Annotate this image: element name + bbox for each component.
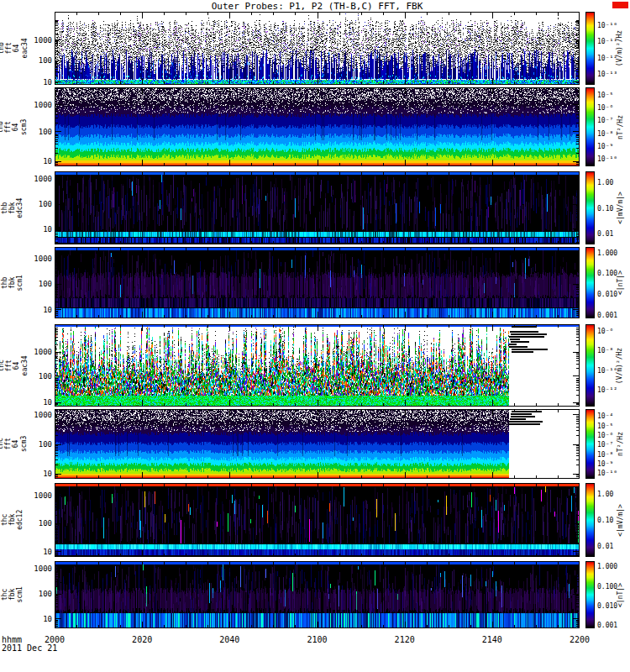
- y-axis-tick-label: 100: [24, 441, 52, 449]
- colorbar-tick-label: 0.100: [597, 583, 617, 591]
- spectrogram-panel-thc_fbk_edc12: thc fbk edc12 <|mV/m|> 1000100101.000.10…: [0, 483, 630, 557]
- spectrogram-panel-thb_fft_64_eac34: thb fft 64 eac34 (V/m)²/Hz 10001001010⁻¹…: [0, 12, 630, 85]
- page-title: Outer Probes: P1, P2 (TH-B,C) FFT, FBK: [55, 1, 580, 12]
- colorbar-tick-label: 1.00: [597, 179, 613, 186]
- y-axis-tick-label: 1000: [24, 565, 52, 573]
- colorbar-tick-label: 0.100: [597, 270, 617, 277]
- y-axis-tick-label: 100: [24, 591, 52, 598]
- colorbar-tick-label: 10⁻⁴: [597, 412, 613, 420]
- colorbar-tick-label: 10⁻¹⁰: [597, 367, 617, 375]
- x-axis-tick-label: 2100: [301, 636, 334, 644]
- colorbar-tick-label: 10⁻⁶: [597, 328, 613, 335]
- spectrogram-canvas: [55, 247, 580, 318]
- y-axis-tick-label: 100: [24, 373, 52, 381]
- colorbar-tick-label: 10⁻¹³: [597, 71, 617, 78]
- colorbar-tick-label: 0.10: [597, 517, 613, 524]
- x-axis-tick-label: 2200: [563, 636, 596, 644]
- colorbar-tick-label: 10⁻⁵: [597, 423, 613, 430]
- y-axis-tick-label: 1000: [24, 102, 52, 109]
- spectrogram-panel-thb_fft_64_scm3: thb fft 64 scm3 nT²/Hz 10001001010⁻⁵10⁻⁶…: [0, 87, 630, 166]
- y-axis-tick-label: 1000: [24, 176, 52, 183]
- y-axis-tick-label: 10: [24, 399, 52, 407]
- spectrogram-canvas: [55, 409, 580, 479]
- colorbar-tick-label: 10⁻¹²: [597, 55, 617, 62]
- colorbar-tick-label: 0.010: [597, 602, 617, 610]
- colorbar-tick-label: 10⁻¹¹: [597, 38, 617, 45]
- spectrogram-panel-thc_fft_64_scm3: thc fft 64 scm3 nT²/Hz 10001001010⁻⁴10⁻⁵…: [0, 409, 630, 479]
- colorbar-tick-label: 10⁻¹⁰: [597, 22, 617, 29]
- colorbar-tick-label: 10⁻⁵: [597, 92, 613, 99]
- y-axis-tick-label: 1000: [24, 37, 52, 45]
- y-axis-tick-label: 10: [24, 549, 52, 556]
- colorbar: [585, 409, 595, 479]
- colorbar-tick-label: 0.01: [597, 543, 613, 550]
- y-axis-tick-label: 10: [24, 616, 52, 623]
- colorbar-tick-label: 10⁻⁸: [597, 347, 613, 354]
- spectrogram-panel-thb_fbk_scm1: thb fbk scm1 <|nT|> 1000100101.0000.1000…: [0, 247, 630, 318]
- date-label: 2011 Dec 21: [2, 644, 57, 653]
- y-axis-tick-label: 1000: [24, 492, 52, 500]
- y-axis-variable-label: thb fft 64 eac34: [0, 12, 25, 85]
- y-axis-tick-label: 1000: [24, 412, 52, 419]
- colorbar-tick-label: 10⁻¹⁰: [597, 470, 617, 477]
- x-axis-tick-label: 2000: [38, 636, 71, 644]
- colorbar-tick-label: 10⁻¹²: [597, 386, 617, 394]
- y-axis-tick-label: 100: [24, 129, 52, 136]
- colorbar-tick-label: 1.00: [597, 491, 613, 498]
- spectrogram-canvas: [55, 87, 580, 166]
- colorbar: [585, 12, 595, 85]
- colorbar-tick-label: 0.10: [597, 205, 613, 213]
- colorbar-unit-label: <|mV/m|>: [611, 171, 629, 244]
- colorbar-tick-label: 10⁻⁸: [597, 451, 613, 459]
- colorbar: [585, 483, 595, 557]
- colorbar: [585, 324, 595, 407]
- colorbar-tick-label: 10⁻⁹: [597, 143, 613, 150]
- spectrogram-panel-thc_fft_64_eac34: thc fft 64 eac34 (V/m)²/Hz 10001001010⁻⁶…: [0, 324, 630, 407]
- y-axis-tick-label: 100: [24, 281, 52, 288]
- colorbar-unit-label: <|nT|>: [611, 561, 629, 628]
- colorbar: [585, 87, 595, 166]
- y-axis-variable-label: thc fft 64 scm3: [0, 409, 25, 479]
- colorbar-unit-label: <|mV/m|>: [611, 483, 629, 557]
- y-axis-tick-label: 10: [24, 307, 52, 314]
- colorbar: [585, 561, 595, 628]
- colorbar-tick-label: 0.001: [597, 312, 617, 319]
- spectrogram-canvas: [55, 171, 580, 244]
- colorbar-tick-label: 0.01: [597, 230, 613, 238]
- y-axis-tick-label: 100: [24, 57, 52, 65]
- colorbar-tick-label: 10⁻⁸: [597, 130, 613, 138]
- y-axis-variable-label: thb fbk scm1: [0, 247, 25, 318]
- x-axis-tick-label: 2120: [388, 636, 422, 644]
- spectrogram-panel-thb_fbk_edc34: thb fbk edc34 <|mV/m|> 1000100101.000.10…: [0, 171, 630, 244]
- colorbar-tick-label: 10⁻¹⁰: [597, 155, 617, 163]
- colorbar-tick-label: 10⁻⁶: [597, 432, 613, 439]
- y-axis-tick-label: 100: [24, 520, 52, 528]
- colorbar-tick-label: 10⁻⁷: [597, 441, 613, 449]
- colorbar-tick-label: 10⁻⁷: [597, 117, 613, 124]
- y-axis-variable-label: thc fft 64 eac34: [0, 324, 25, 407]
- colorbar-tick-label: 10⁻⁶: [597, 104, 613, 112]
- y-axis-tick-label: 1000: [24, 349, 52, 356]
- corner-mark: [612, 2, 628, 8]
- spectrogram-canvas: [55, 324, 580, 407]
- y-axis-tick-label: 10: [24, 470, 52, 478]
- y-axis-tick-label: 10: [24, 226, 52, 234]
- y-axis-tick-label: 100: [24, 201, 52, 208]
- colorbar: [585, 171, 595, 244]
- colorbar-tick-label: 1.000: [597, 563, 617, 570]
- spectrogram-canvas: [55, 12, 580, 85]
- spectrogram-canvas: [55, 483, 580, 557]
- spectrogram-panel-thc_fbk_scm1: thc fbk scm1 <|nT|> 1000100101.0000.1000…: [0, 561, 630, 628]
- y-axis-tick-label: 10: [24, 79, 52, 87]
- colorbar: [585, 247, 595, 318]
- colorbar-unit-label: nT²/Hz: [611, 409, 629, 479]
- spectrogram-canvas: [55, 561, 580, 628]
- y-axis-tick-label: 10: [24, 158, 52, 165]
- y-axis-variable-label: thb fbk edc34: [0, 171, 25, 244]
- colorbar-tick-label: 0.010: [597, 291, 617, 298]
- y-axis-variable-label: thc fbk scm1: [0, 561, 25, 628]
- x-axis-tick-label: 2020: [125, 636, 159, 644]
- x-axis-tick-label: 2140: [475, 636, 509, 644]
- y-axis-tick-label: 1000: [24, 255, 52, 263]
- colorbar-tick-label: 10⁻⁹: [597, 460, 613, 468]
